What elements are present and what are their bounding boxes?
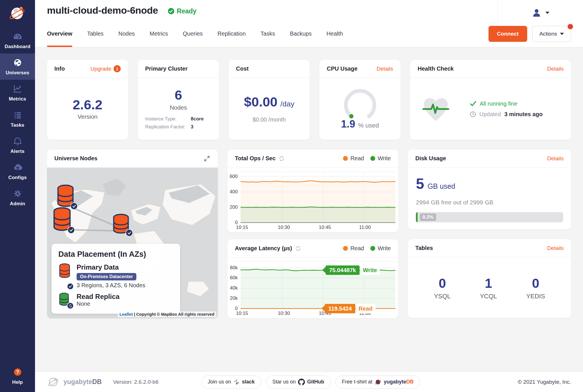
tab-tasks[interactable]: Tasks <box>260 20 275 47</box>
disk-details-link[interactable]: Details <box>547 155 564 162</box>
node-marker[interactable] <box>56 184 75 210</box>
sidebar-item-admin[interactable]: Admin <box>0 184 35 211</box>
node-caption: Nodes <box>170 104 187 111</box>
disk-used-unit: GB used <box>428 182 455 190</box>
universe-nodes-card: Universe Nodes <box>47 149 218 318</box>
cost-per-month: $0.00 /month <box>253 116 286 123</box>
tab-bar: Overview Tables Nodes Metrics Queries Re… <box>35 20 583 47</box>
node-marker[interactable] <box>52 207 72 234</box>
chart-title: Average Latency (µs) <box>235 245 292 252</box>
info-card: Info Upgrade 1 2.6.2 Version <box>47 60 128 140</box>
replication-factor-row: Replication Factor: 3 <box>145 124 212 130</box>
tab-tables[interactable]: Tables <box>87 20 104 47</box>
sidebar-item-tasks[interactable]: Tasks <box>0 106 35 132</box>
sidebar-item-label: Alerts <box>11 149 24 154</box>
card-title: Disk Usage <box>415 155 446 162</box>
disk-usage-card: Disk Usage Details 5 GB used 2994 GB fre… <box>408 149 571 229</box>
sidebar-item-help[interactable]: ? Help <box>0 363 35 389</box>
cost-card: Cost $0.00 /day $0.00 /month <box>229 60 310 140</box>
heartbeat-icon <box>422 96 450 122</box>
yugabyte-planet-icon <box>375 379 381 385</box>
cost-unit: /day <box>280 100 294 108</box>
cpu-gauge <box>341 88 379 120</box>
leaflet-link[interactable]: Leaflet <box>120 312 133 317</box>
disk-used-value: 5 <box>416 175 424 192</box>
chart-legend: Read Write <box>343 245 391 252</box>
card-title: Tables <box>415 245 433 251</box>
tshirt-brand: yugabyteDB <box>384 379 414 385</box>
tab-overview[interactable]: Overview <box>47 20 72 47</box>
status-text: Ready <box>177 7 196 15</box>
tab-queries[interactable]: Queries <box>183 20 203 47</box>
write-legend-dot <box>370 246 375 251</box>
page-header: multi-cloud-demo-6node Ready Overview Ta… <box>35 0 583 47</box>
world-map[interactable]: Data Placement (In AZs) Primary Data On-… <box>47 168 218 318</box>
ysql-count: 0 YSQL <box>434 276 451 300</box>
health-details-link[interactable]: Details <box>547 66 564 72</box>
chart-legend: Read Write <box>343 155 391 162</box>
primary-cluster-card: Primary Cluster 6 Nodes Instance Type: 8… <box>138 60 219 140</box>
primary-db-icon <box>58 263 72 289</box>
y-axis-tick: 400 <box>227 189 238 195</box>
status-badge: Ready <box>168 7 196 15</box>
tables-details-link[interactable]: Details <box>547 245 564 251</box>
instance-type-row: Instance Type: 8core <box>145 116 212 122</box>
sidebar-item-metrics[interactable]: Metrics <box>0 80 35 106</box>
help-icon: ? <box>13 367 22 377</box>
read-replica-item: Read Replica None <box>58 293 173 308</box>
upgrade-count-badge: 1 <box>114 65 121 72</box>
copyright-text: © 2021 Yugabyte, Inc. <box>518 379 571 385</box>
disk-percent-label: 0.2% <box>420 214 436 221</box>
sidebar-item-configs[interactable]: Configs <box>0 158 35 184</box>
card-title: Info <box>54 65 65 72</box>
globe-icon <box>13 58 22 67</box>
slack-button[interactable]: Join us on slack <box>201 375 261 389</box>
version-caption: Version <box>77 113 97 120</box>
write-value-tag: 75.04487kWrite <box>322 265 380 275</box>
x-axis-tick: 11:00 <box>359 225 371 230</box>
y-axis-tick: 60k <box>227 275 238 281</box>
health-check-card: Health Check Details All running fine <box>410 60 571 140</box>
github-icon <box>298 379 305 385</box>
y-axis-tick: 80k <box>227 265 238 271</box>
data-placement-panel: Data Placement (In AZs) Primary Data On-… <box>52 244 180 314</box>
y-axis-tick: 40k <box>227 285 238 291</box>
tab-backups[interactable]: Backups <box>290 20 312 47</box>
chevron-down-icon <box>545 12 549 14</box>
github-button[interactable]: Star us on GitHub <box>266 375 331 389</box>
x-axis-tick: 10:45 <box>319 225 331 230</box>
read-value-tag: 119.5424Read <box>321 304 375 313</box>
card-title: Universe Nodes <box>54 155 97 162</box>
connect-button[interactable]: Connect <box>488 26 527 42</box>
read-legend-dot <box>343 246 348 251</box>
sidebar-item-universes[interactable]: Universes <box>0 54 35 80</box>
tab-replication[interactable]: Replication <box>217 20 246 47</box>
sidebar-item-alerts[interactable]: Alerts <box>0 132 35 158</box>
check-badge-icon <box>67 283 74 290</box>
actions-button[interactable]: Actions <box>532 26 571 42</box>
node-marker[interactable] <box>112 213 130 237</box>
sync-badge-icon <box>67 302 74 309</box>
tab-nodes[interactable]: Nodes <box>118 20 135 47</box>
health-updated-row: Updated 3 minutes ago <box>470 111 543 118</box>
sidebar-item-label: Admin <box>10 201 25 207</box>
sidebar-item-label: Configs <box>8 175 27 180</box>
refresh-icon[interactable] <box>278 155 285 162</box>
clock-icon <box>470 111 476 117</box>
tshirt-button[interactable]: Free t-shirt at yugabyteDB <box>335 375 420 389</box>
sidebar-item-label: Dashboard <box>5 44 30 50</box>
tab-metrics[interactable]: Metrics <box>150 20 168 47</box>
cpu-details-link[interactable]: Details <box>377 66 393 72</box>
notification-dot <box>568 24 573 29</box>
bell-icon <box>13 136 22 146</box>
main-area: multi-cloud-demo-6node Ready Overview Ta… <box>35 0 583 392</box>
tab-health[interactable]: Health <box>327 20 343 47</box>
yugabyte-logo[interactable] <box>0 0 35 27</box>
expand-icon[interactable] <box>204 155 210 162</box>
upgrade-link[interactable]: Upgrade 1 <box>91 65 121 72</box>
refresh-icon[interactable] <box>295 245 301 252</box>
yugabyte-footer-logo-icon <box>47 376 59 388</box>
sidebar-item-dashboard[interactable]: Dashboard <box>0 27 35 54</box>
card-title: Primary Cluster <box>145 65 188 72</box>
planet-rocket-logo-icon <box>9 5 26 22</box>
